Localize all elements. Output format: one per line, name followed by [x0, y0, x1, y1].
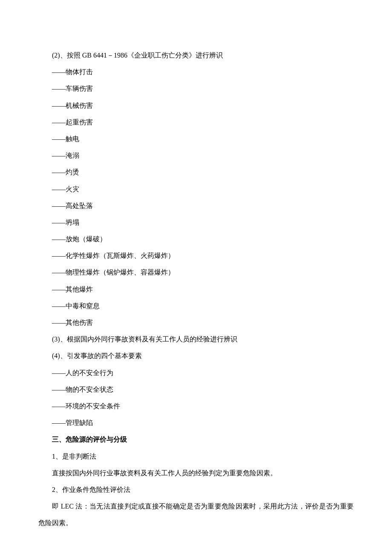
section-heading-3: 三、危险源的评价与分级 — [38, 431, 354, 448]
hazard-item: ——火灾 — [38, 181, 354, 197]
hazard-item: ——机械伤害 — [38, 97, 354, 114]
section-intro-4: (4)、引发事故的四个基本要素 — [38, 347, 354, 364]
hazard-item: ——车辆伤害 — [38, 80, 354, 97]
method-1-desc: 直接按国内外同行业事故资料及有关工作人员的经验判定为重要危险因素。 — [38, 465, 354, 481]
hazard-item: ——高处坠落 — [38, 197, 354, 214]
section-intro-2: (2)、按照 GB 6441－1986《企业职工伤亡分类》进行辨识 — [38, 47, 354, 64]
section-intro-3: (3)、根据国内外同行事故资料及有关工作人员的经验进行辨识 — [38, 331, 354, 347]
hazard-item: ——物理性爆炸（锅炉爆炸、容器爆炸） — [38, 264, 354, 280]
hazard-item: ——坍塌 — [38, 214, 354, 231]
hazard-item: ——其他爆炸 — [38, 281, 354, 298]
hazard-item: ——触电 — [38, 130, 354, 147]
cause-item: ——人的不安全行为 — [38, 364, 354, 381]
hazard-item: ——物体打击 — [38, 64, 354, 80]
method-2-desc: 即 LEC 法：当无法直接判定或直接不能确定是否为重要危险因素时，采用此方法，评… — [38, 498, 354, 531]
method-2-desc-text: 即 LEC 法：当无法直接判定或直接不能确定是否为重要危险因素时，采用此方法，评… — [38, 503, 354, 526]
hazard-item: ——放炮（爆破） — [38, 231, 354, 247]
hazard-item: ——化学性爆炸（瓦斯爆炸、火药爆炸） — [38, 247, 354, 264]
hazard-item: ——淹溺 — [38, 147, 354, 164]
hazard-item: ——中毒和窒息 — [38, 298, 354, 314]
method-2-title: 2、作业条件危险性评价法 — [38, 481, 354, 498]
cause-item: ——环境的不安全条件 — [38, 398, 354, 414]
cause-item: ——物的不安全状态 — [38, 381, 354, 398]
hazard-item: ——起重伤害 — [38, 114, 354, 130]
hazard-item: ——灼烫 — [38, 164, 354, 180]
cause-item: ——管理缺陷 — [38, 414, 354, 431]
hazard-item: ——其他伤害 — [38, 314, 354, 331]
method-1-title: 1、是非判断法 — [38, 448, 354, 465]
